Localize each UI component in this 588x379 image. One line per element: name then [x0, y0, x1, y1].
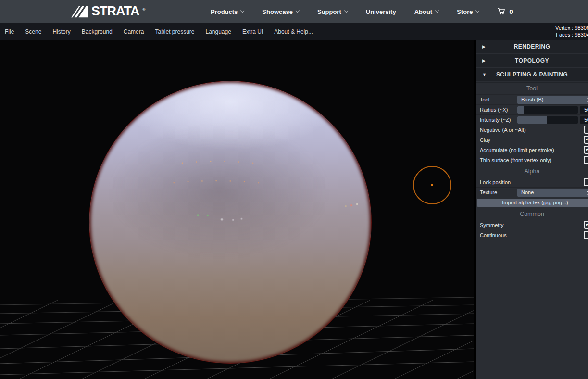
collapse-arrow-icon[interactable]: ▶	[482, 40, 486, 53]
select-spinner-icon	[586, 97, 588, 103]
menu-history[interactable]: History	[52, 28, 70, 35]
logo-text: STRATA	[91, 4, 139, 18]
texture-row: Texture None	[476, 187, 588, 197]
section-topology[interactable]: ▶ TOPOLOGY	[476, 54, 588, 67]
menu-about-help[interactable]: About & Help...	[274, 28, 313, 35]
strata-logo[interactable]: STRATA ®	[71, 4, 145, 18]
group-header-tool: Tool	[476, 82, 588, 94]
tool-select[interactable]: Brush (B)	[517, 96, 588, 104]
expand-arrow-icon[interactable]: ▼	[482, 68, 487, 81]
section-rendering[interactable]: ▶ RENDERING	[476, 40, 588, 53]
sculpt-sphere[interactable]	[89, 81, 372, 364]
strata-logo-icon	[71, 4, 88, 18]
group-header-common: Common	[476, 208, 588, 220]
negative-row: Negative (A or ~Alt)	[476, 125, 588, 135]
section-sculpting-painting[interactable]: ▼ SCULPTING & PAINTING	[476, 68, 588, 81]
intensity-row: Intensity (~Z) 50	[476, 114, 588, 125]
clay-checkbox[interactable]	[584, 136, 588, 144]
cart-count: 0	[509, 8, 513, 15]
menu-file[interactable]: File	[5, 28, 14, 35]
clay-row: Clay	[476, 135, 588, 145]
top-nav-items: Products Showcase Support University Abo…	[211, 0, 513, 23]
radius-row: Radius (~X) 50	[476, 104, 588, 114]
chevron-down-icon	[475, 9, 479, 13]
intensity-slider[interactable]	[517, 116, 578, 124]
intensity-value[interactable]: 50	[580, 116, 588, 124]
continuous-checkbox[interactable]	[584, 231, 588, 239]
faces-count: Faces : 98304	[555, 31, 588, 38]
nav-university[interactable]: University	[366, 8, 396, 15]
accumulate-row: Accumulate (no limit per stroke)	[476, 145, 588, 155]
accumulate-checkbox[interactable]	[584, 146, 588, 154]
menu-extra-ui[interactable]: Extra UI	[242, 28, 263, 35]
vertex-count: Vertex : 98306	[555, 25, 588, 31]
chevron-down-icon	[344, 9, 348, 13]
app-menubar: File Scene History Background Camera Tab…	[0, 23, 588, 40]
radius-slider[interactable]	[517, 106, 578, 114]
tool-row: Tool Brush (B)	[476, 94, 588, 104]
menu-tablet-pressure[interactable]: Tablet pressure	[155, 28, 194, 35]
thin-surface-row: Thin surface (front vertex only)	[476, 155, 588, 165]
nav-showcase[interactable]: Showcase	[262, 8, 299, 15]
continuous-row: Continuous	[476, 230, 588, 240]
symmetry-checkbox[interactable]	[584, 221, 588, 229]
nav-support[interactable]: Support	[317, 8, 348, 15]
import-alpha-button[interactable]: Import alpha tex (jpg, png...)	[477, 199, 588, 207]
registered-mark: ®	[142, 7, 145, 12]
nav-store[interactable]: Store	[457, 8, 479, 15]
select-spinner-icon	[586, 190, 588, 196]
radius-value[interactable]: 50	[580, 106, 588, 114]
lock-position-checkbox[interactable]	[584, 178, 588, 186]
group-header-alpha: Alpha	[476, 165, 588, 177]
symmetry-row: Symmetry	[476, 220, 588, 230]
nav-about[interactable]: About	[414, 8, 439, 15]
negative-checkbox[interactable]	[584, 126, 588, 134]
menu-background[interactable]: Background	[82, 28, 113, 35]
viewport-3d[interactable]	[0, 40, 474, 379]
chevron-down-icon	[240, 9, 244, 13]
top-navbar: STRATA ® Products Showcase Support Unive…	[0, 0, 588, 23]
menu-language[interactable]: Language	[206, 28, 231, 35]
texture-select[interactable]: None	[517, 189, 588, 197]
menu-camera[interactable]: Camera	[124, 28, 144, 35]
mesh-stats: Vertex : 98306 Faces : 98304	[555, 25, 588, 38]
chevron-down-icon	[296, 9, 300, 13]
nav-products[interactable]: Products	[211, 8, 244, 15]
chevron-down-icon	[435, 9, 439, 13]
cart-button[interactable]: 0	[497, 8, 513, 15]
cart-icon	[497, 8, 506, 15]
brush-cursor[interactable]	[413, 166, 451, 204]
menu-scene[interactable]: Scene	[25, 28, 41, 35]
lock-position-row: Lock position	[476, 177, 588, 187]
app-window: STRATA ® Products Showcase Support Unive…	[0, 0, 588, 379]
tool-panel: ▶ RENDERING ▶ TOPOLOGY ▼ SCULPTING & PAI…	[476, 40, 588, 379]
thin-surface-checkbox[interactable]	[584, 156, 588, 164]
collapse-arrow-icon[interactable]: ▶	[482, 54, 486, 67]
